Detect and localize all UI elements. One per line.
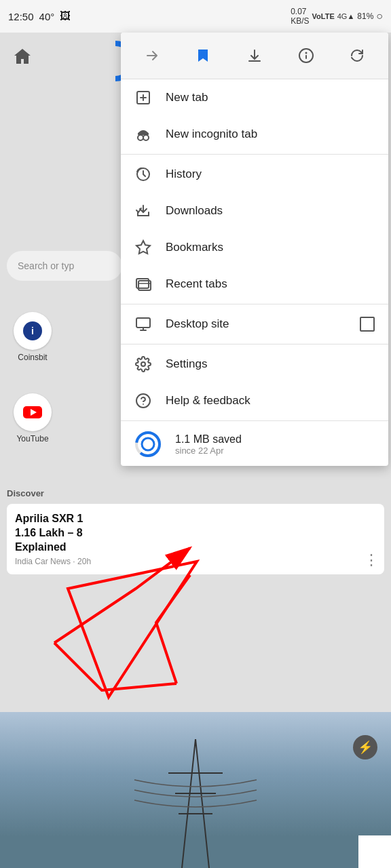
time-display: 12:50 xyxy=(8,11,34,22)
menu-item-recent-tabs[interactable]: Recent tabs xyxy=(121,266,388,302)
download-button[interactable] xyxy=(240,41,269,71)
coinsbit-icon: i xyxy=(14,312,52,350)
svg-point-17 xyxy=(138,135,143,140)
tower-svg xyxy=(128,732,263,868)
forward-button[interactable] xyxy=(137,41,167,71)
incognito-icon xyxy=(134,125,152,143)
refresh-button[interactable] xyxy=(342,41,372,71)
menu-item-downloads[interactable]: Downloads xyxy=(121,193,388,229)
volte-icon: VoLTE xyxy=(312,12,335,20)
home-icon[interactable] xyxy=(12,46,33,69)
discover-label: Discover xyxy=(7,488,384,498)
article-source: India Car News · 20h xyxy=(15,557,91,566)
menu-item-history[interactable]: History xyxy=(121,156,388,193)
settings-label: Settings xyxy=(166,357,375,371)
article-card[interactable]: Aprilia SXR 1 1.16 Lakh – 8 Explained In… xyxy=(7,504,384,574)
svg-marker-23 xyxy=(136,241,150,254)
svg-rect-27 xyxy=(136,318,150,328)
help-feedback-label: Help & feedback xyxy=(166,394,375,408)
lte-icon: 4G▲ xyxy=(337,12,355,20)
coinsbit-label: Coinsbit xyxy=(18,353,47,362)
svg-point-32 xyxy=(143,404,144,405)
menu-item-desktop-site[interactable]: Desktop site xyxy=(121,306,388,342)
svg-text:i: i xyxy=(31,326,34,336)
youtube-icon xyxy=(14,393,52,431)
menu-item-help-feedback[interactable]: Help & feedback xyxy=(121,382,388,419)
desktop-icon xyxy=(134,315,152,333)
divider-2 xyxy=(121,304,388,304)
mb-saved-text: 1.1 MB saved since 22 Apr xyxy=(175,433,242,456)
help-icon xyxy=(134,392,152,410)
history-icon xyxy=(134,165,152,183)
shortcut-youtube[interactable]: YouTube xyxy=(14,393,52,443)
new-tab-label: New tab xyxy=(166,91,375,104)
search-bar[interactable]: Search or typ xyxy=(7,251,122,281)
svg-point-35 xyxy=(142,438,154,450)
svg-point-18 xyxy=(143,135,149,140)
article-more-button[interactable]: ⋮ xyxy=(364,551,379,569)
divider-4 xyxy=(121,420,388,421)
menu-item-new-tab[interactable]: New tab xyxy=(121,79,388,116)
downloads-label: Downloads xyxy=(166,204,375,218)
temp-display: 40° xyxy=(39,11,55,22)
svg-point-30 xyxy=(141,362,145,366)
status-left: 12:50 40° 🖼 xyxy=(8,10,71,22)
battery-icon: ○ xyxy=(376,10,383,22)
settings-icon xyxy=(134,355,152,373)
dropdown-menu: New tab New incognito tab xyxy=(121,33,388,466)
toolbar-row xyxy=(121,33,388,79)
search-placeholder: Search or typ xyxy=(18,260,74,271)
recent-tabs-label: Recent tabs xyxy=(166,277,375,291)
svg-line-4 xyxy=(182,739,196,868)
article-image: ⚡ xyxy=(0,712,391,868)
bookmarks-label: Bookmarks xyxy=(166,241,375,254)
desktop-site-checkbox[interactable] xyxy=(360,317,375,332)
recent-tabs-icon xyxy=(134,275,152,293)
media-icon: 🖼 xyxy=(60,10,71,22)
mb-saved-amount: 1.1 MB saved xyxy=(175,433,242,446)
history-label: History xyxy=(166,167,375,181)
article-meta: India Car News · 20h xyxy=(15,557,376,566)
article-title: Aprilia SXR 1 1.16 Lakh – 8 Explained xyxy=(15,512,376,554)
discover-section: Discover Aprilia SXR 1 1.16 Lakh – 8 Exp… xyxy=(7,488,384,580)
mb-saved-icon xyxy=(134,431,162,458)
new-tab-icon xyxy=(134,89,152,106)
menu-item-settings[interactable]: Settings xyxy=(121,346,388,382)
mb-saved-row: 1.1 MB saved since 22 Apr xyxy=(121,422,388,466)
bookmark-button[interactable] xyxy=(188,41,218,71)
downloads-icon xyxy=(134,202,152,220)
bookmarks-icon xyxy=(134,239,152,256)
status-bar: 12:50 40° 🖼 0.07 KB/S VoLTE 4G▲ 81% ○ xyxy=(0,0,391,33)
white-square xyxy=(358,835,391,868)
battery-display: 81% xyxy=(357,12,373,21)
menu-item-bookmarks[interactable]: Bookmarks xyxy=(121,229,388,266)
mb-saved-since: since 22 Apr xyxy=(175,446,242,456)
divider-1 xyxy=(121,154,388,155)
incognito-label: New incognito tab xyxy=(166,127,375,141)
status-right: 0.07 KB/S VoLTE 4G▲ 81% ○ xyxy=(291,7,383,26)
info-button[interactable] xyxy=(291,41,321,71)
menu-item-new-incognito-tab[interactable]: New incognito tab xyxy=(121,116,388,153)
shortcut-coinsbit[interactable]: i Coinsbit xyxy=(14,312,52,362)
youtube-label: YouTube xyxy=(16,434,48,443)
flash-badge: ⚡ xyxy=(353,735,377,760)
network-speed: 0.07 KB/S xyxy=(291,7,309,26)
svg-line-5 xyxy=(196,739,209,868)
divider-3 xyxy=(121,344,388,344)
desktop-site-label: Desktop site xyxy=(166,317,346,331)
